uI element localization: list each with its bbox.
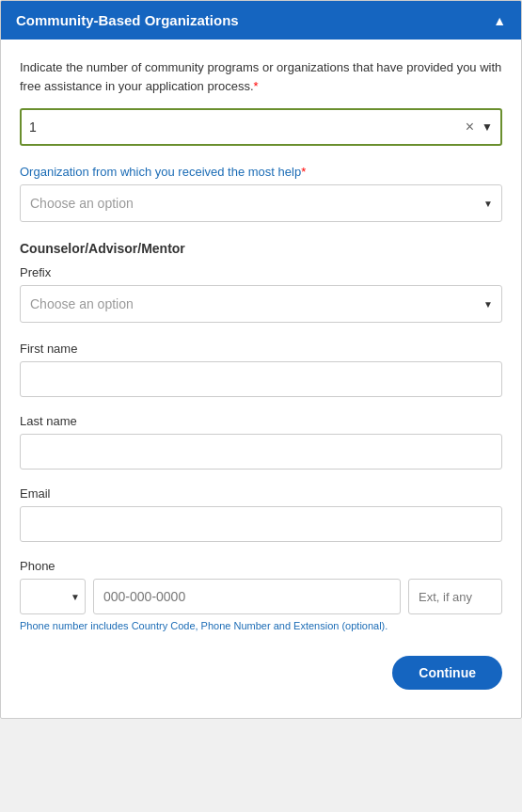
prefix-select[interactable]: Choose an option <box>20 285 502 323</box>
phone-code-wrapper <box>20 579 86 614</box>
email-label: Email <box>20 486 502 501</box>
counselor-section: Counselor/Advisor/Mentor <box>20 241 502 256</box>
phone-country-code-select[interactable] <box>20 579 86 614</box>
phone-ext-input[interactable] <box>408 579 502 614</box>
card-title: Community-Based Organizations <box>16 12 239 28</box>
org-field-group: Organization from which you received the… <box>20 165 502 222</box>
counselor-section-title: Counselor/Advisor/Mentor <box>20 241 502 256</box>
continue-button[interactable]: Continue <box>392 656 502 690</box>
num-programs-value: 1 <box>29 119 466 135</box>
phone-field-group: Phone Phone number includes Country Code… <box>20 559 502 633</box>
card-header: Community-Based Organizations ▲ <box>1 1 521 40</box>
phone-number-input[interactable] <box>93 579 401 614</box>
collapse-icon[interactable]: ▲ <box>493 13 506 28</box>
first-name-field-group: First name <box>20 342 502 397</box>
card-body: Indicate the number of community program… <box>1 40 521 718</box>
org-label: Organization from which you received the… <box>20 165 502 179</box>
phone-label: Phone <box>20 559 502 573</box>
org-select-wrapper: Choose an option <box>20 184 502 222</box>
org-select[interactable]: Choose an option <box>20 184 502 222</box>
email-field-group: Email <box>20 486 502 542</box>
num-programs-container: 1 × ▼ <box>20 108 502 146</box>
prefix-label: Prefix <box>20 265 502 279</box>
footer-row: Continue <box>20 656 502 690</box>
clear-num-programs-button[interactable]: × <box>466 119 474 135</box>
prefix-select-wrapper: Choose an option <box>20 285 502 323</box>
first-name-input[interactable] <box>20 361 502 397</box>
phone-hint: Phone number includes Country Code, Phon… <box>20 619 502 633</box>
community-based-orgs-card: Community-Based Organizations ▲ Indicate… <box>0 0 522 719</box>
last-name-label: Last name <box>20 414 502 428</box>
email-input[interactable] <box>20 506 502 542</box>
first-name-label: First name <box>20 342 502 356</box>
section-description: Indicate the number of community program… <box>20 58 502 95</box>
required-star: * <box>254 79 259 93</box>
num-programs-select[interactable]: 1 × ▼ <box>20 108 502 146</box>
prefix-field-group: Prefix Choose an option <box>20 265 502 323</box>
last-name-input[interactable] <box>20 434 502 470</box>
phone-row <box>20 579 502 614</box>
last-name-field-group: Last name <box>20 414 502 470</box>
org-required-star: * <box>301 165 306 179</box>
num-programs-arrow-icon[interactable]: ▼ <box>482 120 493 134</box>
